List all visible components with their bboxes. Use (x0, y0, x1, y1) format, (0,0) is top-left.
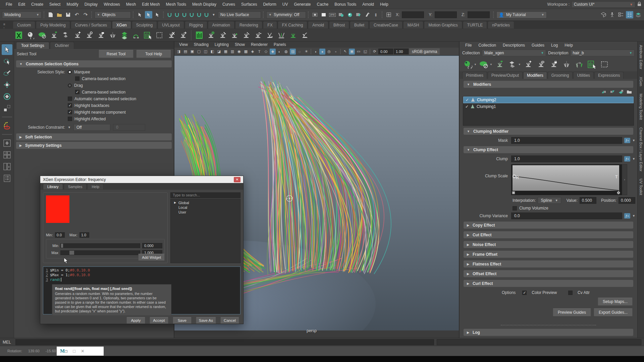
viewport-toolbar-icon-24[interactable]: ▫ (333, 49, 339, 55)
interactive-groom-icon[interactable] (194, 30, 205, 41)
sidebar-vertical-tab-uv-toolkit[interactable]: UV Toolkit (639, 179, 643, 195)
menu-item-mesh[interactable]: Mesh (123, 1, 139, 8)
viewport-toolbar-icon-29[interactable]: ◱ (362, 49, 368, 55)
viewport-menu-renderer[interactable]: Renderer (248, 42, 270, 47)
section-common-selection-options[interactable]: ▼ Common Selection Options (16, 60, 172, 67)
layer-editor-toggle-icon[interactable] (635, 11, 642, 18)
dialog-button-apply[interactable]: Apply (126, 317, 145, 324)
select-hierarchy-icon[interactable] (136, 11, 144, 18)
viewport-toolbar-icon-10[interactable]: ▩ (243, 49, 249, 55)
min-slider-value[interactable]: 0.000 (142, 243, 162, 248)
xgen-editor-icon[interactable] (13, 30, 24, 41)
menu-item-display[interactable]: Display (82, 1, 101, 8)
shelf-tab-curves-surfaces[interactable]: Curves / Surfaces (71, 21, 111, 28)
search-input[interactable]: Type to search... (170, 192, 240, 198)
dialog-tab-samples[interactable]: Samples (64, 184, 87, 189)
tree-item-local[interactable]: Local (171, 205, 240, 210)
menu-item-arnold[interactable]: Arnold (359, 1, 377, 8)
viewport-menu-panels[interactable]: Panels (271, 42, 289, 47)
interpolation-dropdown[interactable]: Spline▼ (538, 197, 561, 204)
menu-item-edit[interactable]: Edit (15, 1, 28, 8)
preview-guides-button[interactable]: Preview Guides (553, 308, 591, 316)
viewport-toolbar-icon-17[interactable]: ▨ (290, 49, 296, 55)
hypershade-icon[interactable] (346, 11, 354, 18)
shelf-tab-sculpting[interactable]: Sculpting (132, 21, 157, 28)
highlight-backfaces-checkbox[interactable]: ✓ (68, 103, 72, 108)
constraint-dropdown-arrow[interactable]: ▼ (68, 126, 71, 129)
xgen-menu-help[interactable]: Help (561, 42, 576, 48)
section-clump-effect[interactable]: ▼Clump Effect (464, 146, 633, 153)
dialog-button-cancel[interactable]: Cancel (220, 317, 239, 324)
camera-based-selection-checkbox-2[interactable]: ✓ (75, 90, 79, 94)
expression-icon[interactable]: ƒ= (624, 156, 630, 162)
menu-item-deform[interactable]: Deform (260, 1, 279, 8)
lock-icon[interactable] (637, 2, 641, 7)
add-description-icon[interactable] (494, 59, 505, 70)
layout-outliner-button[interactable] (2, 173, 12, 184)
viewport-toolbar-icon-5[interactable]: ◧ (209, 49, 215, 55)
dialog-button-save[interactable]: Save (173, 317, 192, 324)
layout-single-pane-button[interactable] (2, 138, 12, 148)
max-slider[interactable] (60, 250, 140, 255)
viewport-menu-lighting[interactable]: Lighting (212, 42, 231, 47)
create-guide-icon[interactable] (523, 59, 534, 70)
xgen-clear-preview-icon[interactable] (479, 59, 489, 70)
exposure-field[interactable]: 0.00 (378, 49, 393, 54)
paint-select-tool-button[interactable] (2, 68, 12, 78)
shelf-tab-uvlayout[interactable]: UVLayout (158, 21, 184, 28)
density-stack-icon[interactable] (119, 30, 130, 41)
xgen-menu-log[interactable]: Log (548, 42, 561, 48)
dialog-tab-library[interactable]: Library (43, 184, 63, 189)
menu-item-file[interactable]: File (3, 1, 15, 8)
menu-item-bonus-tools[interactable]: Bonus Tools (331, 1, 359, 8)
guide-visibility-icon[interactable] (536, 59, 546, 70)
pause-icon[interactable]: ‖ (372, 11, 380, 18)
setup-maps-button[interactable]: Setup Maps... (598, 298, 633, 306)
viewport-toolbar-icon-18[interactable]: ◌ (297, 49, 303, 55)
groom-region-icon[interactable] (154, 30, 165, 41)
render-settings-icon[interactable] (337, 11, 345, 18)
panel-splitter[interactable] (501, 325, 596, 325)
viewport-toolbar-icon-23[interactable]: ◎ (326, 49, 332, 55)
expression-icon[interactable]: ƒ= (624, 213, 630, 219)
range-min-value[interactable]: 0.0 (55, 232, 65, 238)
move-modifier-down-icon[interactable] (610, 90, 615, 95)
viewport-toolbar-icon-21[interactable]: ◖ (313, 49, 319, 55)
viewport-toolbar-icon-4[interactable]: ◫ (203, 49, 209, 55)
menu-item-windows[interactable]: Windows (101, 1, 123, 8)
snap-icon-3[interactable] (181, 12, 187, 18)
close-icon[interactable]: ✕ (234, 177, 240, 182)
expression-code-editor[interactable]: 1 $Min = 0; #0.0,10.0 2 $Max = 1; #0.0,1… (43, 266, 240, 314)
viewport-toolbar-icon-15[interactable]: ◐ (276, 49, 282, 55)
xgen-tab-modifiers[interactable]: Modifiers (523, 72, 547, 79)
modifier-enabled-checkbox[interactable]: ✓ (465, 104, 469, 109)
xgen-preview-refresh-icon-options-arrow[interactable]: ▼ (474, 63, 477, 66)
viewport-toolbar-icon-16[interactable]: ◍ (283, 49, 289, 55)
groom-clump-icon[interactable] (264, 30, 275, 41)
viewport-toolbar-icon-7[interactable]: ▦ (223, 49, 229, 55)
section-header-cut-effect[interactable]: ▶Cut Effect (464, 231, 633, 238)
mirror-guides-icon[interactable] (561, 59, 572, 70)
lasso-tool-button[interactable] (2, 56, 12, 67)
xgen-menu-guides[interactable]: Guides (529, 42, 547, 48)
section-symmetry-settings[interactable]: ▶ Symmetry Settings (16, 142, 172, 149)
menu-item-cache[interactable]: Cache (314, 1, 331, 8)
marquee-radio[interactable] (68, 70, 72, 74)
select-tool-button[interactable] (2, 44, 12, 55)
shelf-tab-motion-graphics[interactable]: Motion Graphics (424, 21, 462, 28)
viewport-toolbar-icon-1[interactable]: ▤ (182, 49, 189, 55)
dialog-tab-help[interactable]: Help (87, 184, 104, 189)
xgen-preview-refresh-icon[interactable] (463, 59, 474, 70)
shelf-menu-handle[interactable]: ≡◦ (3, 23, 5, 29)
groom-select-icon[interactable] (143, 30, 153, 41)
xgen-preview-toggle-icon[interactable] (25, 30, 36, 41)
export-selection-icon[interactable] (60, 30, 71, 41)
clump-volumize-checkbox[interactable] (513, 206, 517, 210)
undo-icon[interactable]: ↶ (73, 11, 80, 18)
ipr-render-icon[interactable]: IPR (329, 11, 336, 18)
add-modifier-icon[interactable] (619, 90, 623, 95)
left-panel-tab-outliner[interactable]: Outliner (50, 42, 74, 49)
section-header-frame-offset[interactable]: ▶Frame Offset (464, 251, 633, 258)
groom-select-icon[interactable] (587, 59, 597, 70)
highlight-nearest-checkbox[interactable]: ✓ (68, 110, 72, 114)
